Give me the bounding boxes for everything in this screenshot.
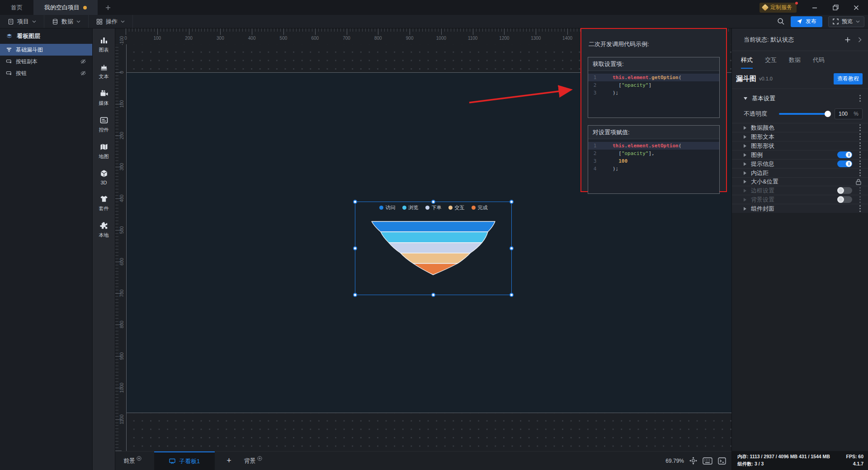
kebab-menu-icon[interactable] bbox=[859, 141, 862, 150]
menu-operations[interactable]: 操作 bbox=[89, 15, 133, 28]
layers-panel: 看板图层 基础漏斗图按钮副本按钮 bbox=[0, 28, 93, 470]
restore-button[interactable] bbox=[826, 0, 844, 15]
section-label: 数据颜色 bbox=[751, 124, 854, 132]
background-button[interactable]: 背景 bbox=[241, 457, 265, 465]
legend-item[interactable]: 浏览 bbox=[402, 204, 419, 211]
opacity-input[interactable]: 100 % bbox=[835, 108, 863, 119]
eye-off-icon[interactable] bbox=[80, 70, 86, 76]
toolbar-item-文本[interactable]: 文本 bbox=[99, 62, 109, 80]
preview-button[interactable]: 预览 bbox=[828, 16, 864, 27]
opacity-unit: % bbox=[854, 111, 859, 117]
section-边框设置[interactable]: 边框设置 bbox=[732, 186, 868, 195]
menu-data[interactable]: 数据 bbox=[44, 15, 89, 28]
code-line: 1this.element.getOption( bbox=[588, 74, 719, 81]
resize-handle-w[interactable] bbox=[353, 246, 357, 250]
chevron-right-icon[interactable] bbox=[858, 37, 862, 42]
toolbar-item-本地[interactable]: 本地 bbox=[99, 221, 109, 239]
layer-item[interactable]: 按钮 bbox=[0, 67, 92, 79]
resize-handle-sw[interactable] bbox=[353, 293, 357, 297]
slider-knob[interactable] bbox=[825, 111, 831, 117]
resize-handle-nw[interactable] bbox=[353, 200, 357, 204]
publish-button[interactable]: 发布 bbox=[791, 16, 822, 27]
toolbar-item-媒体[interactable]: 媒体 bbox=[99, 89, 109, 107]
section-basic-settings[interactable]: 基本设置 bbox=[732, 89, 868, 108]
search-icon[interactable] bbox=[777, 18, 785, 25]
layer-item[interactable]: 按钮副本 bbox=[0, 56, 92, 67]
code-token: 100 bbox=[618, 158, 627, 164]
zoom-level[interactable]: 69.79% bbox=[665, 458, 684, 464]
toggle-knob bbox=[845, 151, 852, 158]
resize-handle-s[interactable] bbox=[431, 293, 435, 297]
unsaved-dot bbox=[83, 6, 87, 9]
legend-item[interactable]: 完成 bbox=[472, 204, 488, 211]
section-组件封面[interactable]: 组件封面 bbox=[732, 204, 868, 213]
kebab-menu-icon[interactable] bbox=[859, 195, 862, 204]
new-tab-button[interactable] bbox=[105, 0, 111, 15]
lock-icon[interactable] bbox=[855, 179, 862, 185]
layer-list: 基础漏斗图按钮副本按钮 bbox=[0, 44, 92, 79]
toggle-off[interactable] bbox=[837, 196, 852, 203]
state-row: 当前状态: 默认状态 bbox=[732, 28, 868, 51]
resize-handle-se[interactable] bbox=[509, 293, 514, 297]
code-text: ["opacity"] bbox=[602, 81, 651, 89]
section-背景设置[interactable]: 背景设置 bbox=[732, 195, 868, 204]
resize-handle-n[interactable] bbox=[431, 200, 435, 204]
kebab-menu-icon[interactable] bbox=[859, 150, 862, 159]
section-图形形状[interactable]: 图形形状 bbox=[732, 141, 868, 150]
inspector-tab-数据[interactable]: 数据 bbox=[789, 56, 801, 69]
section-数据颜色[interactable]: 数据颜色 bbox=[732, 123, 868, 132]
ruler-label: 1100 bbox=[119, 414, 124, 424]
toolbar-item-控件[interactable]: 控件 bbox=[99, 116, 109, 133]
toolbar-item-地图[interactable]: 地图 bbox=[99, 142, 109, 160]
section-大小&位置[interactable]: 大小&位置 bbox=[732, 177, 868, 186]
menu-project[interactable]: 项目 bbox=[0, 15, 44, 28]
legend-label: 下单 bbox=[432, 204, 442, 211]
kebab-menu-icon[interactable] bbox=[859, 186, 862, 195]
eye-off-icon[interactable] bbox=[80, 58, 86, 65]
kebab-menu-icon[interactable] bbox=[859, 169, 862, 177]
foreground-button[interactable]: 前景 bbox=[121, 457, 144, 465]
add-state-icon[interactable] bbox=[844, 37, 851, 43]
toggle-off[interactable] bbox=[837, 187, 852, 194]
board-tab-active[interactable]: 子看板1 bbox=[154, 451, 215, 470]
selection-box[interactable]: 访问浏览下单交互完成 bbox=[355, 202, 512, 295]
tutorial-button[interactable]: 查看教程 bbox=[834, 73, 863, 85]
legend-item[interactable]: 交互 bbox=[448, 204, 465, 211]
inspector-tab-样式[interactable]: 样式 bbox=[741, 56, 753, 69]
resize-handle-ne[interactable] bbox=[509, 200, 514, 204]
toolbar-item-套件[interactable]: 套件 bbox=[99, 194, 109, 212]
toggle-on[interactable] bbox=[837, 160, 852, 167]
minimize-button[interactable] bbox=[806, 0, 824, 15]
tab-home[interactable]: 首页 bbox=[0, 0, 33, 15]
section-图形文本[interactable]: 图形文本 bbox=[732, 132, 868, 141]
section-图例[interactable]: 图例 bbox=[732, 150, 868, 159]
legend-item[interactable]: 访问 bbox=[379, 204, 396, 211]
close-button[interactable] bbox=[847, 0, 865, 15]
code-line: 1this.element.setOption( bbox=[588, 142, 719, 150]
inspector-tab-代码[interactable]: 代码 bbox=[813, 56, 825, 69]
toolbar-item-图表[interactable]: 图表 bbox=[99, 36, 109, 53]
section-提示信息[interactable]: 提示信息 bbox=[732, 159, 868, 168]
keyboard-icon[interactable] bbox=[703, 457, 712, 465]
kebab-menu-icon[interactable] bbox=[859, 132, 862, 141]
custom-service-button[interactable]: 定制服务 bbox=[760, 3, 797, 13]
resize-handle-e[interactable] bbox=[509, 246, 514, 250]
add-board-button[interactable]: + bbox=[223, 456, 235, 465]
tab-project[interactable]: 我的空白项目 bbox=[33, 0, 98, 15]
kebab-menu-icon[interactable] bbox=[859, 204, 862, 213]
toggle-on[interactable] bbox=[837, 151, 852, 158]
ruler-label: 100 bbox=[119, 100, 124, 108]
section-内边距[interactable]: 内边距 bbox=[732, 168, 868, 177]
kebab-menu-icon[interactable] bbox=[859, 94, 862, 103]
publish-label: 发布 bbox=[806, 18, 816, 25]
opacity-slider[interactable] bbox=[779, 111, 830, 117]
inspector-tab-交互[interactable]: 交互 bbox=[765, 56, 777, 69]
layer-item[interactable]: 基础漏斗图 bbox=[0, 44, 92, 56]
legend-item[interactable]: 下单 bbox=[425, 204, 442, 211]
kebab-menu-icon[interactable] bbox=[859, 160, 862, 168]
fit-screen-icon[interactable] bbox=[689, 457, 697, 465]
terminal-icon[interactable] bbox=[718, 457, 726, 465]
local-icon bbox=[99, 221, 108, 230]
kebab-menu-icon[interactable] bbox=[859, 123, 862, 132]
toolbar-item-3D[interactable]: 3D bbox=[99, 169, 108, 185]
